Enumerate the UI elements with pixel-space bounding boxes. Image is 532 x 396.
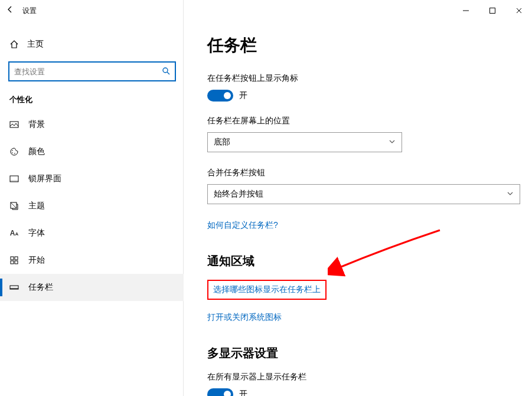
- sidebar-item-label: 任务栏: [28, 282, 53, 293]
- toggle-on-text: 开: [239, 389, 247, 396]
- sidebar-item-fonts[interactable]: AA 字体: [0, 220, 184, 247]
- svg-rect-16: [10, 288, 18, 289]
- combine-value: 始终合并按钮: [214, 189, 263, 199]
- select-icons-link[interactable]: 选择哪些图标显示在任务栏上: [207, 280, 327, 300]
- sidebar-section-label: 个性化: [0, 81, 184, 111]
- combine-dropdown[interactable]: 始终合并按钮: [207, 184, 520, 204]
- svg-rect-13: [11, 261, 14, 264]
- sidebar: 主页 个性化 背景 颜色 锁屏界面: [0, 21, 184, 396]
- svg-point-5: [12, 150, 13, 151]
- search-input[interactable]: [14, 67, 162, 76]
- window-controls: [452, 2, 532, 19]
- home-nav[interactable]: 主页: [0, 33, 184, 55]
- maximize-button[interactable]: [479, 2, 505, 19]
- position-dropdown[interactable]: 底部: [207, 132, 402, 152]
- show-all-monitors-toggle[interactable]: [207, 388, 233, 396]
- search-input-container[interactable]: [8, 61, 176, 81]
- palette-icon: [9, 147, 19, 156]
- svg-rect-14: [15, 261, 18, 264]
- multi-monitor-header: 多显示器设置: [207, 345, 508, 361]
- position-label: 任务栏在屏幕上的位置: [207, 116, 508, 126]
- svg-rect-1: [489, 8, 495, 14]
- svg-point-6: [12, 152, 13, 153]
- show-all-monitors-label: 在所有显示器上显示任务栏: [207, 372, 508, 382]
- back-icon[interactable]: [6, 5, 14, 16]
- toggle-on-text: 开: [239, 90, 247, 101]
- svg-line-3: [167, 72, 169, 74]
- sidebar-item-themes[interactable]: 主题: [0, 192, 184, 220]
- taskbar-icon: [9, 283, 19, 292]
- sidebar-item-label: 锁屏界面: [28, 174, 61, 184]
- sidebar-item-label: 字体: [28, 228, 45, 238]
- badges-label: 在任务栏按钮上显示角标: [207, 73, 508, 84]
- system-icons-link[interactable]: 打开或关闭系统图标: [207, 312, 282, 323]
- combine-label: 合并任务栏按钮: [207, 168, 508, 178]
- sidebar-item-background[interactable]: 背景: [0, 111, 184, 138]
- customize-link[interactable]: 如何自定义任务栏?: [207, 220, 278, 231]
- minimize-button[interactable]: [452, 2, 479, 19]
- start-icon: [9, 256, 19, 265]
- sidebar-item-colors[interactable]: 颜色: [0, 138, 184, 165]
- fonts-icon: AA: [9, 228, 19, 238]
- notification-area-header: 通知区域: [207, 253, 508, 269]
- svg-rect-12: [15, 257, 18, 260]
- sidebar-item-label: 开始: [28, 255, 45, 266]
- svg-point-7: [14, 153, 15, 154]
- window-title: 设置: [22, 6, 37, 16]
- titlebar: 设置: [0, 0, 532, 21]
- sidebar-item-label: 背景: [28, 119, 45, 130]
- chevron-down-icon: [389, 138, 396, 147]
- svg-point-2: [163, 68, 168, 73]
- sidebar-item-label: 主题: [28, 201, 45, 211]
- home-label: 主页: [27, 39, 44, 50]
- svg-rect-11: [11, 257, 14, 260]
- lockscreen-icon: [9, 174, 19, 184]
- chevron-down-icon: [507, 190, 514, 199]
- main-content: 任务栏 在任务栏按钮上显示角标 开 任务栏在屏幕上的位置 底部 合并任务栏按钮 …: [184, 21, 532, 396]
- position-value: 底部: [214, 137, 230, 148]
- themes-icon: [9, 201, 19, 211]
- home-icon: [9, 40, 19, 49]
- badges-toggle[interactable]: [207, 90, 233, 102]
- close-button[interactable]: [505, 2, 532, 19]
- page-title: 任务栏: [207, 34, 508, 57]
- sidebar-item-label: 颜色: [28, 146, 45, 157]
- sidebar-item-start[interactable]: 开始: [0, 247, 184, 274]
- picture-icon: [9, 120, 19, 129]
- sidebar-nav: 背景 颜色 锁屏界面 主题 AA 字体 开始: [0, 111, 184, 301]
- svg-rect-9: [10, 180, 18, 182]
- sidebar-item-taskbar[interactable]: 任务栏: [0, 274, 184, 301]
- sidebar-item-lockscreen[interactable]: 锁屏界面: [0, 165, 184, 192]
- search-icon: [162, 67, 170, 77]
